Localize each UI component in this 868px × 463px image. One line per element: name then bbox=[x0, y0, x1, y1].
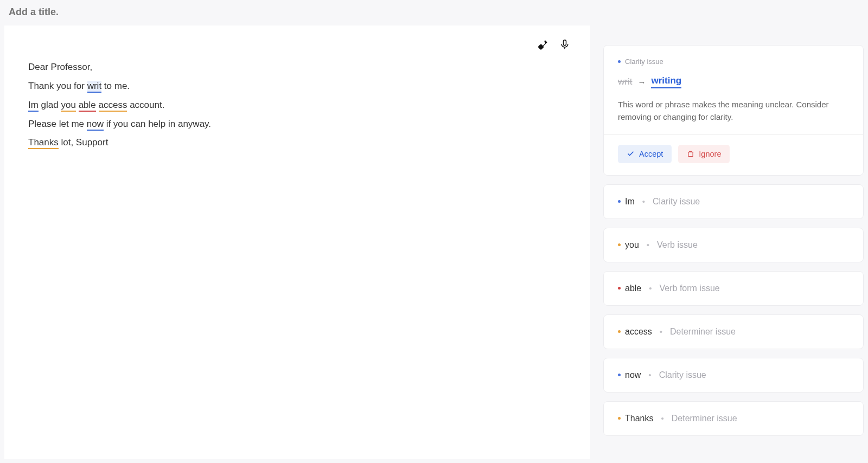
issue-word: access bbox=[625, 327, 652, 337]
title-bar bbox=[0, 0, 868, 25]
flagged-word-able[interactable]: able bbox=[79, 100, 96, 112]
editor-toolbar bbox=[537, 38, 571, 50]
issue-word: Thanks bbox=[625, 414, 653, 423]
flagged-word-access[interactable]: access bbox=[99, 100, 127, 112]
suggestions-pane: Clarity issue writ → writing This word o… bbox=[603, 25, 864, 459]
issue-type-text: Clarity issue bbox=[653, 197, 700, 207]
suggestion-card-collapsed[interactable]: access•Determiner issue bbox=[603, 314, 864, 349]
collapsed-list: Im•Clarity issue you•Verb issue able•Ver… bbox=[603, 184, 864, 436]
text: Dear Professor, bbox=[28, 62, 92, 72]
suggestion-card-collapsed[interactable]: now•Clarity issue bbox=[603, 358, 864, 393]
editor-pane: Dear Professor, Thank you for writ to me… bbox=[4, 25, 590, 459]
svg-rect-0 bbox=[538, 44, 544, 50]
text: lot, Support bbox=[59, 137, 108, 147]
microphone-icon[interactable] bbox=[559, 38, 571, 50]
separator-dot: • bbox=[649, 284, 652, 293]
text: if you can help in anyway. bbox=[104, 119, 211, 129]
issue-type-text: Determiner issue bbox=[670, 327, 736, 337]
separator-dot: • bbox=[661, 414, 663, 423]
issue-word: Im bbox=[625, 197, 635, 207]
separator-dot: • bbox=[642, 197, 645, 206]
issue-type-text: Verb issue bbox=[657, 240, 698, 250]
replacement-word[interactable]: writing bbox=[651, 75, 681, 88]
separator-dot: • bbox=[647, 240, 649, 249]
suggestion-card-collapsed[interactable]: you•Verb issue bbox=[603, 228, 864, 262]
text: to me. bbox=[101, 81, 130, 91]
separator-dot: • bbox=[648, 370, 651, 380]
dot-icon bbox=[618, 243, 621, 246]
flagged-word-thanks[interactable]: Thanks bbox=[28, 137, 59, 149]
ignore-label: Ignore bbox=[699, 150, 721, 158]
title-input[interactable] bbox=[9, 7, 859, 18]
trash-icon bbox=[687, 150, 694, 158]
suggestion-card-collapsed[interactable]: able•Verb form issue bbox=[603, 271, 864, 306]
dot-icon bbox=[618, 200, 621, 203]
flagged-word-im[interactable]: Im bbox=[28, 100, 39, 112]
editor-line: Please let me now if you can help in any… bbox=[28, 115, 566, 134]
arrow-icon: → bbox=[637, 78, 646, 87]
divider bbox=[604, 134, 863, 135]
issue-type-text: Clarity issue bbox=[659, 370, 706, 380]
text: glad bbox=[39, 100, 61, 110]
editor-line: Thank you for writ to me. bbox=[28, 77, 566, 96]
dot-icon bbox=[618, 330, 621, 333]
dot-icon bbox=[618, 60, 621, 63]
dot-icon bbox=[618, 374, 621, 376]
text bbox=[96, 100, 99, 110]
correction-line: writ → writing bbox=[618, 75, 849, 88]
original-word: writ bbox=[618, 76, 632, 87]
flagged-word-now[interactable]: now bbox=[87, 119, 104, 131]
dot-icon bbox=[618, 417, 621, 420]
suggestion-card-expanded: Clarity issue writ → writing This word o… bbox=[603, 45, 864, 176]
flagged-word-you[interactable]: you bbox=[61, 100, 75, 112]
issue-type-text: Determiner issue bbox=[672, 414, 737, 423]
text: Please let me bbox=[28, 119, 87, 129]
main-container: Dear Professor, Thank you for writ to me… bbox=[0, 25, 868, 459]
suggestion-card-collapsed[interactable]: Im•Clarity issue bbox=[603, 184, 864, 219]
issue-label: Clarity issue bbox=[618, 57, 849, 66]
text bbox=[76, 100, 79, 110]
svg-rect-1 bbox=[564, 40, 566, 46]
explanation-text: This word or phrase makes the meaning un… bbox=[618, 98, 849, 124]
issue-word: now bbox=[625, 370, 641, 380]
suggestion-card-collapsed[interactable]: Thanks•Determiner issue bbox=[603, 401, 864, 436]
editor-line: Im glad you able access account. bbox=[28, 96, 566, 115]
separator-dot: • bbox=[660, 327, 662, 336]
text: account. bbox=[127, 100, 164, 110]
accept-label: Accept bbox=[639, 150, 663, 158]
eraser-icon[interactable] bbox=[537, 38, 549, 50]
ignore-button[interactable]: Ignore bbox=[678, 145, 730, 163]
dot-icon bbox=[618, 287, 621, 290]
editor-line: Thanks lot, Support bbox=[28, 133, 566, 152]
svg-rect-3 bbox=[688, 152, 693, 156]
flagged-word-writ[interactable]: writ bbox=[87, 81, 101, 93]
text: Thank you for bbox=[28, 81, 87, 91]
issue-type-text: Clarity issue bbox=[625, 57, 663, 66]
editor-content[interactable]: Dear Professor, Thank you for writ to me… bbox=[28, 58, 566, 152]
issue-word: able bbox=[625, 284, 641, 293]
card-actions: Accept Ignore bbox=[618, 145, 849, 163]
editor-line: Dear Professor, bbox=[28, 58, 566, 77]
check-icon bbox=[627, 150, 635, 158]
accept-button[interactable]: Accept bbox=[618, 145, 672, 163]
issue-type-text: Verb form issue bbox=[660, 284, 720, 293]
issue-word: you bbox=[625, 240, 639, 250]
